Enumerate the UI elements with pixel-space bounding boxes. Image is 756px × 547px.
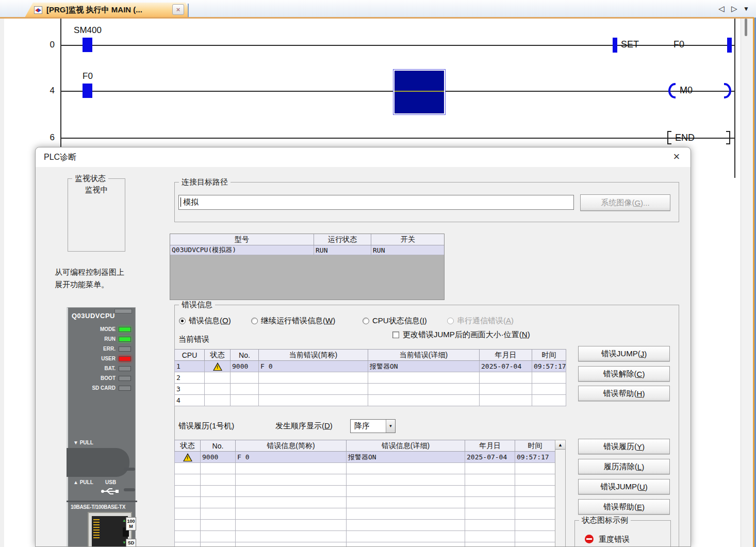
current-error-row-1[interactable]: 1 ! 9000 F 0 报警器ON 2025-07-04 09:57:17: [175, 361, 566, 372]
dialog-titlebar[interactable]: PLC诊断 ×: [36, 147, 691, 167]
history-empty-row[interactable]: [175, 486, 555, 497]
cpu-module-image[interactable]: Q03UDVCPU MODE RUN ERR. USER BAT. BOOT S…: [67, 307, 136, 547]
col-cpu: CPU: [175, 350, 205, 361]
history-empty-row[interactable]: [175, 542, 555, 547]
current-error-row-4[interactable]: 4: [175, 395, 566, 406]
resize-after-jump-checkbox[interactable]: 更改错误JUMP后的画面大小·位置(N): [392, 330, 530, 340]
contact-f0[interactable]: [83, 84, 92, 98]
history-empty-row[interactable]: [175, 520, 555, 531]
ladder-cursor-selection[interactable]: [393, 69, 446, 115]
checkbox-box[interactable]: [392, 331, 399, 338]
usb-icon: [100, 487, 120, 495]
empty-cell: [465, 531, 515, 542]
empty-cell: [368, 395, 480, 406]
history-row-1[interactable]: ! 9000 F 0 报警器ON 2025-07-04 09:57:17: [175, 452, 555, 463]
error-jump-button[interactable]: 错误JUMP(J): [578, 346, 670, 361]
empty-cell: [205, 395, 231, 406]
resize-after-jump-label: 更改错误JUMP后的画面大小·位置(N): [403, 330, 530, 340]
error-release-button[interactable]: 错误解除(C): [578, 366, 670, 382]
bat-led: [119, 366, 131, 371]
contact-label-f0: F0: [70, 71, 106, 81]
empty-cell: [236, 542, 347, 547]
empty-cell: [201, 531, 236, 542]
end-close-bracket: [726, 131, 730, 144]
history-empty-row[interactable]: [175, 474, 555, 486]
empty-cell: [259, 372, 368, 384]
cpu-model-table[interactable]: 型号 运行状态 开关 Q03UDVCPU(模拟器) RUN RUN: [170, 234, 445, 255]
model-table-row[interactable]: Q03UDVCPU(模拟器) RUN RUN: [170, 245, 445, 255]
dialog-close-icon[interactable]: ×: [669, 150, 684, 165]
tab-scroll-left-icon[interactable]: ◁: [718, 4, 725, 13]
radio-circle[interactable]: [251, 318, 258, 324]
empty-cell: [201, 508, 236, 520]
set-operand-text[interactable]: F0: [673, 39, 684, 50]
led-label-user: USER: [101, 356, 116, 361]
order-combobox-value: 降序: [351, 420, 386, 433]
history-clear-button[interactable]: 履历清除(L): [578, 459, 670, 474]
empty-cell: [175, 508, 201, 520]
scroll-up-icon[interactable]: ▲: [555, 440, 565, 450]
radio-circle[interactable]: [179, 318, 186, 324]
tab-close-button[interactable]: ×: [172, 4, 184, 15]
cpu-module-notch: [114, 309, 132, 313]
cell-error-name: F 0: [236, 452, 347, 463]
error-history-table[interactable]: 状态 No. 错误信息(简称) 错误信息(详细) 年月日 时间 ! 9000 F…: [174, 440, 555, 547]
cell-time: 09:57:17: [532, 361, 566, 372]
set-instruction-text[interactable]: SET: [621, 39, 639, 50]
empty-cell: [368, 384, 480, 395]
plc-diagnostics-dialog: PLC诊断 × 监视状态 监视中 从可编程控制器图上 展开功能菜单。: [35, 147, 691, 547]
radio-error-info-label: 错误信息(O): [189, 316, 231, 326]
error-help-button[interactable]: 错误帮助(H): [578, 386, 670, 401]
contact-sm400[interactable]: [83, 38, 92, 52]
error-history-button[interactable]: 错误履历(Y): [578, 439, 670, 454]
tab-list-menu-icon[interactable]: ▼: [743, 5, 749, 12]
empty-cell: [175, 486, 201, 497]
col-run-status: 运行状态: [314, 234, 371, 245]
history-scrollbar[interactable]: ▲: [555, 440, 566, 547]
empty-cell: [465, 463, 515, 474]
history-empty-row[interactable]: [175, 463, 555, 474]
history-empty-row[interactable]: [175, 531, 555, 542]
user-led: [119, 356, 131, 361]
order-combobox[interactable]: 降序 ▼: [350, 419, 396, 433]
ladder-scrollbar-thumb[interactable]: [745, 19, 747, 36]
empty-cell: [259, 384, 368, 395]
empty-cell: [231, 372, 259, 384]
set-instruction-close-bracket: [727, 38, 732, 53]
end-instruction-text[interactable]: END: [675, 132, 695, 143]
combobox-dropdown-icon[interactable]: ▼: [386, 420, 395, 433]
ladder-vertical-scrollbar[interactable]: [741, 19, 753, 547]
empty-cell: [480, 395, 532, 406]
current-error-row-2[interactable]: 2: [175, 372, 566, 384]
history-empty-row[interactable]: [175, 497, 555, 508]
cell-run-status: RUN: [314, 245, 371, 255]
cell-cpu: 1: [175, 361, 205, 372]
radio-circle: [447, 318, 454, 324]
col-error-name: 当前错误(简称): [259, 350, 368, 361]
radio-cpu-status-label: CPU状态信息(I): [372, 316, 427, 326]
connection-path-field[interactable]: 模拟: [178, 195, 574, 210]
hint-line-1: 从可编程控制器图上: [55, 266, 124, 278]
empty-cell: [347, 474, 465, 486]
empty-cell: [515, 486, 555, 497]
history-error-jump-button[interactable]: 错误JUMP(U): [578, 479, 670, 494]
empty-cell: [201, 486, 236, 497]
module-slot: [124, 468, 135, 471]
history-error-help-button[interactable]: 错误帮助(E): [578, 499, 670, 515]
tab-prg-main[interactable]: [PRG]监视 执行中 MAIN (... ×: [25, 3, 189, 18]
coil-operand-m0[interactable]: M0: [680, 85, 693, 96]
radio-error-info[interactable]: 错误信息(O): [179, 316, 231, 325]
radio-circle[interactable]: [363, 318, 369, 324]
history-empty-row[interactable]: [175, 508, 555, 520]
severe-error-label: 重度错误: [599, 535, 630, 544]
empty-cell: [347, 520, 465, 531]
current-error-table[interactable]: CPU 状态 No. 当前错误(简称) 当前错误(详细) 年月日 时间 1 ! …: [174, 349, 566, 406]
connection-path-group-label: 连接目标路径: [179, 177, 231, 187]
tab-scroll-right-icon[interactable]: ▷: [731, 4, 737, 13]
empty-cell: [175, 520, 201, 531]
radio-cpu-status[interactable]: CPU状态信息(I): [363, 316, 427, 325]
empty-cell: [480, 384, 532, 395]
error-history-label: 错误履历(1号机): [178, 421, 234, 431]
current-error-row-3[interactable]: 3: [175, 384, 566, 395]
radio-continue-error[interactable]: 继续运行错误信息(W): [251, 316, 335, 325]
